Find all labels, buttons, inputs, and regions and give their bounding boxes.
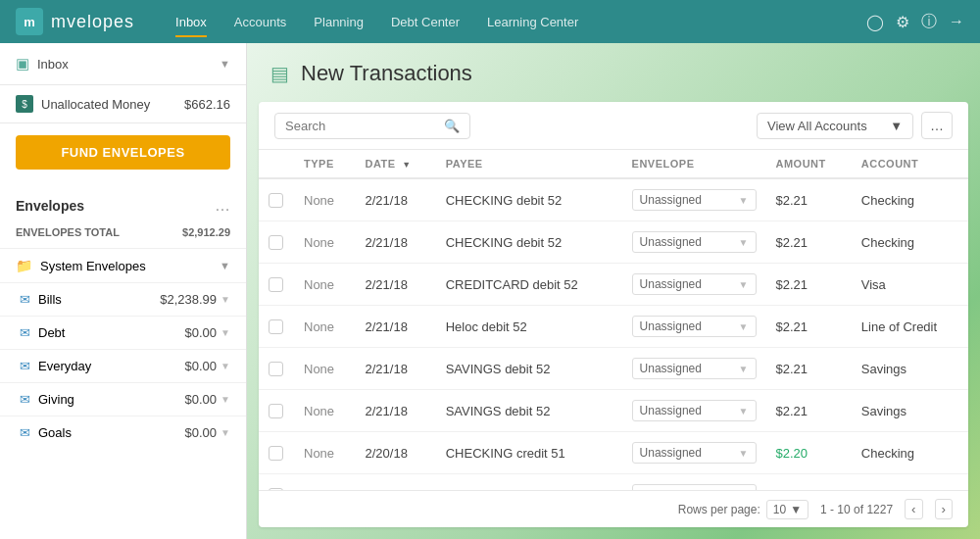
- row-checkbox[interactable]: [269, 362, 283, 376]
- nav-link-accounts[interactable]: Accounts: [222, 9, 298, 35]
- nav-link-inbox[interactable]: Inbox: [164, 9, 219, 35]
- envelope-value: Unassigned: [640, 235, 702, 249]
- rows-select-chevron-icon: ▼: [790, 503, 802, 516]
- layout: ▣ Inbox ▼ $ Unallocated Money $662.16 FU…: [0, 43, 980, 539]
- search-box[interactable]: 🔍: [274, 113, 470, 139]
- page-info: 1 - 10 of 1227: [820, 503, 893, 516]
- row-payee: CHECKING credit 51: [436, 474, 622, 491]
- row-payee: CHECKING credit 51: [436, 432, 622, 474]
- transactions-table: TYPE DATE ▼ PAYEE ENVELOPE AMOUNT ACCOUN…: [259, 150, 968, 490]
- rows-per-page-select[interactable]: 10 ▼: [766, 500, 808, 519]
- row-checkbox[interactable]: [269, 319, 283, 334]
- row-checkbox-cell[interactable]: [259, 264, 294, 306]
- col-date[interactable]: DATE ▼: [356, 150, 436, 178]
- envelope-icon: ✉: [20, 359, 30, 373]
- nav-links: Inbox Accounts Planning Debt Center Lear…: [164, 9, 866, 35]
- row-envelope[interactable]: Unassigned ▼: [622, 264, 766, 306]
- envelopes-title: Envelopes: [16, 198, 84, 214]
- envelopes-total-label: ENVELOPES TOTAL: [16, 226, 120, 238]
- user-icon[interactable]: ◯: [866, 13, 884, 31]
- envelope-select-chevron-icon: ▼: [739, 279, 749, 290]
- rows-per-page-control: Rows per page: 10 ▼: [678, 500, 808, 519]
- row-checkbox-cell[interactable]: [259, 390, 294, 432]
- bills-label: Bills: [38, 292, 62, 307]
- row-checkbox-cell[interactable]: [259, 474, 294, 491]
- envelope-debt[interactable]: ✉ Debt $0.00 ▼: [0, 316, 246, 349]
- page-title: New Transactions: [301, 61, 472, 86]
- nav-link-planning[interactable]: Planning: [302, 9, 375, 35]
- row-envelope[interactable]: Unassigned ▼: [622, 178, 766, 221]
- system-envelopes-group[interactable]: 📁 System Envelopes ▼: [0, 248, 246, 282]
- row-checkbox-cell[interactable]: [259, 348, 294, 390]
- envelopes-total-amount: $2,912.29: [182, 226, 230, 238]
- row-checkbox[interactable]: [269, 404, 283, 418]
- row-envelope[interactable]: Unassigned ▼: [622, 432, 766, 474]
- envelope-value: Unassigned: [640, 446, 702, 460]
- table-row: None 2/20/18 CHECKING credit 51 Unassign…: [259, 432, 968, 474]
- col-account: ACCOUNT: [852, 150, 968, 178]
- row-type: None: [294, 306, 356, 348]
- folder-icon: 📁: [16, 258, 32, 273]
- envelope-dropdown[interactable]: Unassigned ▼: [632, 231, 757, 253]
- row-envelope[interactable]: Unassigned ▼: [622, 221, 766, 264]
- envelope-everyday[interactable]: ✉ Everyday $0.00 ▼: [0, 349, 246, 382]
- search-input[interactable]: [285, 119, 438, 133]
- sidebar-inbox[interactable]: ▣ Inbox ▼: [0, 43, 246, 85]
- everyday-chevron-icon: ▼: [220, 361, 230, 371]
- row-payee: CREDITCARD debit 52: [436, 264, 622, 306]
- row-envelope[interactable]: Unassigned ▼: [622, 348, 766, 390]
- goals-amount: $0.00: [185, 425, 218, 440]
- envelope-dropdown[interactable]: Unassigned ▼: [632, 358, 757, 379]
- row-account: Checking: [852, 474, 968, 491]
- row-payee: CHECKING debit 52: [436, 178, 622, 221]
- account-filter-dropdown[interactable]: View All Accounts ▼: [757, 113, 913, 139]
- bills-amount: $2,238.99: [160, 292, 217, 307]
- logo: m mvelopes: [16, 8, 134, 35]
- envelope-dropdown[interactable]: Unassigned ▼: [632, 316, 757, 337]
- row-checkbox-cell[interactable]: [259, 178, 294, 221]
- system-envelopes-label: System Envelopes: [40, 259, 146, 273]
- gear-icon[interactable]: ⚙: [896, 13, 909, 31]
- envelope-bills[interactable]: ✉ Bills $2,238.99 ▼: [0, 282, 246, 316]
- everyday-label: Everyday: [38, 359, 91, 373]
- help-icon[interactable]: ⓘ: [921, 12, 937, 32]
- next-page-button[interactable]: ›: [935, 499, 953, 519]
- row-checkbox[interactable]: [269, 193, 283, 208]
- row-checkbox[interactable]: [269, 235, 283, 250]
- row-account: Savings: [852, 390, 968, 432]
- row-amount: $2.21: [766, 264, 852, 306]
- wallet-icon: $: [16, 95, 33, 113]
- row-checkbox[interactable]: [269, 446, 283, 461]
- row-envelope[interactable]: Unassigned ▼: [622, 390, 766, 432]
- envelope-icon: ✉: [20, 325, 30, 340]
- nav-link-debt-center[interactable]: Debt Center: [379, 9, 471, 35]
- logo-box: m: [16, 8, 43, 35]
- row-checkbox-cell[interactable]: [259, 221, 294, 264]
- goals-label: Goals: [38, 425, 72, 440]
- logout-icon[interactable]: →: [949, 13, 964, 30]
- envelope-dropdown[interactable]: Unassigned ▼: [632, 273, 757, 295]
- nav-link-learning[interactable]: Learning Center: [475, 9, 590, 35]
- envelope-dropdown[interactable]: Unassigned ▼: [632, 400, 757, 421]
- row-checkbox-cell[interactable]: [259, 306, 294, 348]
- row-envelope[interactable]: Unassigned ▼: [622, 306, 766, 348]
- envelope-dropdown[interactable]: Unassigned ▼: [632, 442, 757, 464]
- system-group-chevron-icon: ▼: [220, 260, 230, 271]
- row-envelope[interactable]: Unassigned ▼: [622, 474, 766, 491]
- envelope-dropdown[interactable]: Unassigned ▼: [632, 189, 757, 211]
- envelope-goals[interactable]: ✉ Goals $0.00 ▼: [0, 416, 246, 449]
- row-account: Visa: [852, 264, 968, 306]
- more-options-button[interactable]: …: [921, 112, 953, 139]
- envelope-giving[interactable]: ✉ Giving $0.00 ▼: [0, 382, 246, 416]
- row-checkbox-cell[interactable]: [259, 432, 294, 474]
- row-checkbox[interactable]: [269, 277, 283, 292]
- envelopes-more-button[interactable]: …: [215, 197, 230, 215]
- main-header: ▤ New Transactions: [247, 43, 980, 102]
- transactions-table-container: TYPE DATE ▼ PAYEE ENVELOPE AMOUNT ACCOUN…: [259, 150, 968, 490]
- fund-envelopes-button[interactable]: FUND ENVELOPES: [16, 135, 230, 170]
- prev-page-button[interactable]: ‹: [905, 499, 922, 519]
- row-account: Checking: [852, 221, 968, 264]
- table-row: None 2/21/18 CHECKING debit 52 Unassigne…: [259, 178, 968, 221]
- nav-icons: ◯ ⚙ ⓘ →: [866, 12, 964, 32]
- table-row: None 2/21/18 Heloc debit 52 Unassigned ▼…: [259, 306, 968, 348]
